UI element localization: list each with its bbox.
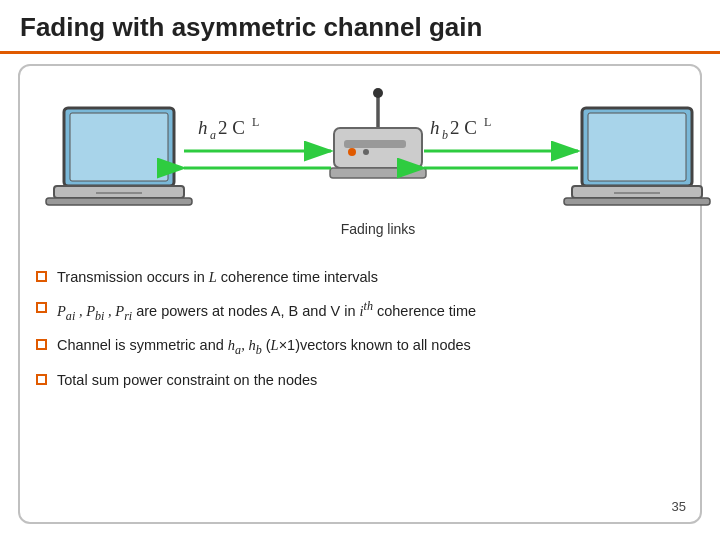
svg-text:2 C: 2 C: [450, 117, 477, 138]
svg-text:Fading links: Fading links: [341, 221, 416, 237]
svg-point-14: [348, 148, 356, 156]
page-number: 35: [672, 499, 686, 514]
svg-point-11: [373, 88, 383, 98]
slide-title: Fading with asymmetric channel gain: [20, 12, 482, 42]
svg-point-15: [363, 149, 369, 155]
bullet-square-2: [36, 302, 47, 313]
bullet-text-3: Channel is symmetric and ha, hb (L×1)vec…: [57, 335, 471, 359]
svg-text:h: h: [430, 117, 440, 138]
svg-rect-6: [588, 113, 686, 181]
title-bar: Fading with asymmetric channel gain: [0, 0, 720, 54]
bullet-square-3: [36, 339, 47, 350]
svg-rect-13: [344, 140, 406, 148]
bullets-list: Transmission occurs in L coherence time …: [36, 267, 684, 391]
content-area: h a 2 C L h b 2 C L Fading links Transmi…: [18, 64, 702, 524]
bullet-item-4: Total sum power constraint on the nodes: [36, 370, 684, 391]
bullet-item-1: Transmission occurs in L coherence time …: [36, 267, 684, 288]
svg-text:L: L: [484, 115, 491, 129]
bullet-item-2: Pai , Pbi , Pri are powers at nodes A, B…: [36, 298, 684, 325]
bullet-item-3: Channel is symmetric and ha, hb (L×1)vec…: [36, 335, 684, 359]
bullet-square-1: [36, 271, 47, 282]
bullet-square-4: [36, 374, 47, 385]
svg-text:b: b: [442, 128, 448, 142]
svg-text:2 C: 2 C: [218, 117, 245, 138]
svg-text:h: h: [198, 117, 208, 138]
svg-text:L: L: [252, 115, 259, 129]
svg-rect-3: [46, 198, 192, 205]
svg-rect-7: [572, 186, 702, 198]
svg-text:a: a: [210, 128, 216, 142]
bullet-text-1: Transmission occurs in L coherence time …: [57, 267, 378, 288]
svg-rect-16: [330, 168, 426, 178]
diagram-area: h a 2 C L h b 2 C L Fading links: [36, 76, 684, 261]
slide: Fading with asymmetric channel gain: [0, 0, 720, 540]
svg-rect-2: [54, 186, 184, 198]
svg-rect-8: [564, 198, 710, 205]
diagram-svg: h a 2 C L h b 2 C L Fading links: [36, 76, 720, 261]
bullet-text-4: Total sum power constraint on the nodes: [57, 370, 317, 391]
svg-rect-1: [70, 113, 168, 181]
bullet-text-2: Pai , Pbi , Pri are powers at nodes A, B…: [57, 298, 476, 325]
